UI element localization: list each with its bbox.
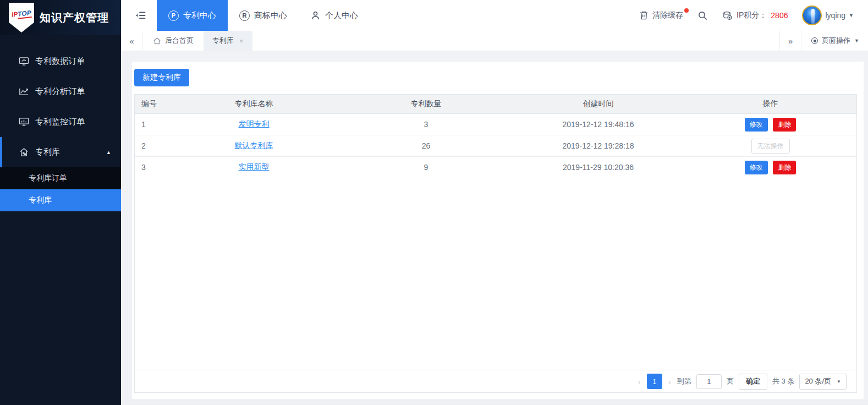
column-header-name: 专利库名称 bbox=[168, 99, 340, 109]
logo-top-text: TOP bbox=[18, 9, 32, 19]
patent-library-link[interactable]: 实用新型 bbox=[239, 162, 270, 171]
tag-label: 专利库 bbox=[212, 36, 234, 46]
sidebar-item-label: 专利分析订单 bbox=[35, 86, 85, 97]
circle-r-icon: R bbox=[239, 10, 250, 21]
column-header-created: 创建时间 bbox=[512, 99, 684, 109]
sidebar-item-label: 专利库 bbox=[35, 147, 60, 157]
edit-button[interactable]: 修改 bbox=[745, 118, 768, 132]
sidebar-item-patent-monitor-orders[interactable]: 专利监控订单 bbox=[0, 107, 121, 137]
caret-up-icon: ▲ bbox=[106, 150, 111, 155]
close-icon[interactable]: × bbox=[239, 37, 244, 45]
logo-row: IPTOP 知识产权管理 bbox=[0, 0, 121, 35]
page-operations-dropdown[interactable]: 页面操作 ▼ bbox=[801, 31, 868, 51]
ip-points-value: 2806 bbox=[771, 11, 788, 20]
monitor-bars-icon bbox=[18, 117, 29, 128]
monitor-share-icon bbox=[18, 56, 29, 67]
confirm-page-button[interactable]: 确定 bbox=[739, 374, 767, 390]
edit-button[interactable]: 修改 bbox=[745, 161, 768, 174]
sidebar-subitem-label: 专利库 bbox=[29, 195, 52, 205]
cell-count: 26 bbox=[340, 141, 512, 150]
prev-page-icon[interactable]: ‹ bbox=[637, 377, 642, 386]
clear-cache-button[interactable]: 清除缓存 bbox=[639, 10, 683, 20]
sidebar-menu: 专利数据订单 专利分析订单 专利监控订单 bbox=[0, 46, 121, 211]
avatar[interactable] bbox=[802, 6, 822, 25]
ip-points-label: IP积分： bbox=[737, 10, 767, 20]
tags-scroll-left-icon[interactable]: « bbox=[121, 31, 143, 51]
sidebar-item-patent-library-parent[interactable]: 专利库 ▲ bbox=[0, 137, 121, 167]
sidebar-collapse-icon[interactable] bbox=[135, 9, 147, 21]
tab-patent-center[interactable]: P 专利中心 bbox=[157, 0, 228, 31]
main-content: 新建专利库 编号 专利库名称 专利数量 创建时间 操作 1 发明专利 3 201… bbox=[121, 51, 868, 405]
tab-label: 商标中心 bbox=[254, 10, 287, 21]
footer-strip bbox=[121, 401, 868, 405]
app-title: 知识产权管理 bbox=[40, 10, 109, 25]
page-size-value: 20 条/页 bbox=[805, 376, 831, 386]
total-count-label: 共 3 条 bbox=[772, 376, 794, 386]
sidebar-item-label: 专利数据订单 bbox=[35, 56, 85, 67]
patent-library-link[interactable]: 发明专利 bbox=[239, 119, 270, 128]
tagbar: « 后台首页 专利库 × » 页面操作 ▼ bbox=[121, 31, 868, 51]
chevron-down-icon: ▼ bbox=[837, 379, 841, 384]
cell-created: 2019-12-12 19:28:18 bbox=[512, 141, 684, 150]
tab-trademark-center[interactable]: R 商标中心 bbox=[228, 0, 299, 31]
tag-backend-home[interactable]: 后台首页 bbox=[143, 31, 204, 51]
page-operations-label: 页面操作 bbox=[822, 36, 850, 46]
column-header-actions: 操作 bbox=[684, 99, 856, 109]
user-menu[interactable]: lyqing ▼ bbox=[802, 6, 854, 25]
column-header-count: 专利数量 bbox=[340, 99, 512, 109]
iptop-logo: IPTOP bbox=[9, 3, 34, 32]
delete-button[interactable]: 删除 bbox=[773, 161, 796, 174]
table-row: 3 实用新型 9 2019-11-29 10:20:36 修改 删除 bbox=[135, 157, 856, 178]
radio-dot-icon bbox=[811, 37, 818, 44]
sidebar-item-patent-library-orders[interactable]: 专利库订单 bbox=[0, 167, 121, 189]
cell-created: 2019-12-12 19:48:16 bbox=[512, 120, 684, 129]
topbar-right: 清除缓存 IP积分： 2806 bbox=[639, 6, 868, 25]
goto-page-input[interactable] bbox=[696, 374, 722, 389]
sidebar-item-patent-library[interactable]: 专利库 bbox=[0, 189, 121, 211]
cell-id: 2 bbox=[135, 141, 168, 150]
tab-label: 专利中心 bbox=[183, 10, 216, 21]
tab-personal-center[interactable]: 个人中心 bbox=[299, 0, 370, 31]
home-icon bbox=[153, 37, 161, 45]
column-header-id: 编号 bbox=[135, 99, 168, 109]
table-header-row: 编号 专利库名称 专利数量 创建时间 操作 bbox=[135, 95, 856, 114]
new-patent-library-button[interactable]: 新建专利库 bbox=[134, 69, 189, 86]
search-button[interactable] bbox=[697, 10, 708, 21]
goto-page-suffix: 页 bbox=[727, 376, 734, 386]
table-row: 2 默认专利库 26 2019-12-12 19:28:18 无法操作 bbox=[135, 135, 856, 157]
page-size-select[interactable]: 20 条/页 ▼ bbox=[799, 374, 847, 390]
circle-p-icon: P bbox=[168, 10, 179, 21]
cell-id: 3 bbox=[135, 163, 168, 172]
user-outline-icon bbox=[310, 10, 321, 21]
cell-id: 1 bbox=[135, 120, 168, 129]
sidebar-item-label: 专利监控订单 bbox=[35, 117, 85, 127]
tags-scroll-right-icon[interactable]: » bbox=[779, 31, 801, 51]
username: lyqing bbox=[825, 11, 845, 20]
tab-label: 个人中心 bbox=[325, 10, 358, 21]
goto-page-prefix: 到第 bbox=[677, 376, 691, 386]
table-row: 1 发明专利 3 2019-12-12 19:48:16 修改 删除 bbox=[135, 114, 856, 135]
delete-button[interactable]: 删除 bbox=[773, 118, 796, 132]
content-panel: 新建专利库 编号 专利库名称 专利数量 创建时间 操作 1 发明专利 3 201… bbox=[132, 62, 864, 399]
sidebar-submenu: 专利库订单 专利库 bbox=[0, 167, 121, 211]
patent-library-link[interactable]: 默认专利库 bbox=[235, 141, 273, 150]
no-action-button: 无法操作 bbox=[751, 139, 790, 154]
topbar: P 专利中心 R 商标中心 个人中心 清除缓存 bbox=[121, 0, 868, 31]
app-root: IPTOP 知识产权管理 专利数据订单 专利分析订单 bbox=[0, 0, 868, 405]
sidebar-subitem-label: 专利库订单 bbox=[29, 173, 67, 183]
ip-points[interactable]: IP积分： 2806 bbox=[722, 10, 788, 21]
trash-icon bbox=[639, 10, 649, 20]
chevron-down-icon: ▼ bbox=[849, 13, 854, 18]
cell-count: 9 bbox=[340, 163, 512, 172]
library-home-icon bbox=[18, 147, 29, 158]
patent-library-table: 编号 专利库名称 专利数量 创建时间 操作 1 发明专利 3 2019-12-1… bbox=[134, 94, 857, 393]
sidebar-item-patent-analysis-orders[interactable]: 专利分析订单 bbox=[0, 76, 121, 107]
sidebar-item-patent-data-orders[interactable]: 专利数据订单 bbox=[0, 46, 121, 76]
tag-patent-library[interactable]: 专利库 × bbox=[204, 31, 252, 51]
cell-created: 2019-11-29 10:20:36 bbox=[512, 163, 684, 172]
current-page-button[interactable]: 1 bbox=[647, 374, 662, 389]
next-page-icon[interactable]: › bbox=[667, 377, 672, 386]
chevron-down-icon: ▼ bbox=[854, 38, 859, 43]
coins-stack-icon bbox=[722, 10, 733, 21]
sidebar: IPTOP 知识产权管理 专利数据订单 专利分析订单 bbox=[0, 0, 121, 405]
